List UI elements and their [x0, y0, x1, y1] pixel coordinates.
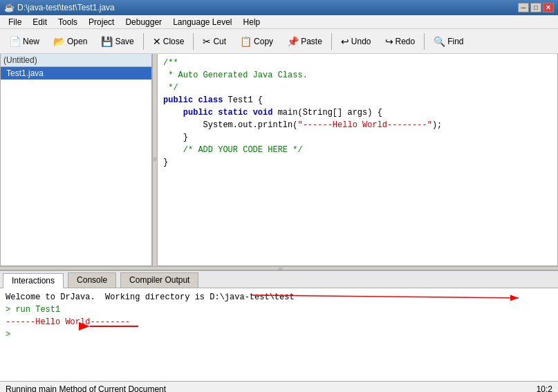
- save-label: Save: [115, 37, 133, 46]
- separator-1: [143, 33, 144, 50]
- copy-button[interactable]: 📋 Copy: [234, 32, 279, 51]
- save-icon: 💾: [101, 36, 113, 47]
- find-button[interactable]: 🔍 Find: [427, 32, 469, 51]
- paste-button[interactable]: 📌 Paste: [281, 32, 328, 51]
- menu-language-level[interactable]: Language Level: [167, 16, 237, 28]
- redo-label: Redo: [396, 37, 416, 46]
- separator-4: [424, 33, 425, 50]
- copy-icon: 📋: [240, 36, 252, 47]
- code-line-9: System.out.println("------Hello World---…: [163, 119, 552, 131]
- cut-button[interactable]: ✂ Cut: [196, 32, 232, 51]
- undo-label: Undo: [351, 37, 371, 46]
- cursor-position: 10:2: [537, 384, 552, 393]
- menu-help[interactable]: Help: [238, 16, 266, 28]
- app-window: ☕ D:\java-test\test\Test1.java ─ □ ✕ Fil…: [0, 0, 558, 392]
- cut-icon: ✂: [203, 36, 211, 47]
- terminal-line-2: > run Test1: [6, 304, 552, 316]
- title-bar: ☕ D:\java-test\test\Test1.java ─ □ ✕: [0, 0, 558, 15]
- menu-edit[interactable]: Edit: [27, 16, 53, 28]
- code-line-12: /* ADD YOUR CODE HERE */: [163, 144, 552, 156]
- separator-3: [331, 33, 332, 50]
- close-button[interactable]: ✕: [543, 3, 554, 12]
- undo-icon: ↩: [341, 36, 349, 47]
- code-line-8: public static void main(String[] args) {: [163, 106, 552, 119]
- app-icon: ☕: [4, 3, 15, 12]
- maximize-button[interactable]: □: [530, 3, 541, 12]
- copy-label: Copy: [254, 37, 273, 46]
- cut-label: Cut: [213, 37, 226, 46]
- terminal-output[interactable]: Welcome to DrJava. Working directory is …: [0, 288, 558, 381]
- tab-interactions[interactable]: Interactions: [3, 273, 64, 288]
- code-line-3: */: [163, 82, 552, 94]
- title-text: D:\java-test\test\Test1.java: [17, 3, 115, 12]
- code-line-1: /**: [163, 57, 552, 69]
- file-panel-header: (Untitled): [1, 54, 151, 67]
- code-line-2: * Auto Generated Java Class.: [163, 69, 552, 82]
- bottom-panel: Interactions Console Compiler Output Wel…: [0, 270, 558, 381]
- open-icon: 📂: [53, 36, 65, 47]
- redo-icon: ↪: [385, 36, 393, 47]
- find-label: Find: [447, 37, 463, 46]
- open-label: Open: [67, 37, 87, 46]
- code-editor[interactable]: /** * Auto Generated Java Class. */ publ…: [158, 54, 558, 266]
- vertical-splitter[interactable]: ⠿: [152, 54, 158, 266]
- terminal-line-1: Welcome to DrJava. Working directory is …: [6, 291, 552, 304]
- close-doc-icon: ✕: [153, 36, 161, 47]
- new-label: New: [23, 37, 39, 46]
- terminal-line-3: ------Hello World--------: [6, 316, 552, 328]
- menu-debugger[interactable]: Debugger: [120, 16, 167, 28]
- menu-tools[interactable]: Tools: [53, 16, 83, 28]
- minimize-button[interactable]: ─: [518, 3, 529, 12]
- code-line-5: public class Test1 {: [163, 94, 552, 106]
- menu-bar: File Edit Tools Project Debugger Languag…: [0, 15, 558, 29]
- menu-project[interactable]: Project: [83, 16, 120, 28]
- status-message: Running main Method of Current Document: [6, 384, 166, 393]
- new-icon: 📄: [9, 36, 21, 47]
- tab-compiler-output[interactable]: Compiler Output: [120, 272, 198, 288]
- title-bar-controls: ─ □ ✕: [518, 3, 554, 12]
- title-bar-title: ☕ D:\java-test\test\Test1.java: [4, 3, 115, 12]
- undo-button[interactable]: ↩ Undo: [335, 32, 378, 51]
- separator-2: [193, 33, 194, 50]
- paste-icon: 📌: [287, 36, 299, 47]
- status-bar: Running main Method of Current Document …: [0, 381, 558, 392]
- new-button[interactable]: 📄 New: [3, 32, 46, 51]
- file-panel: (Untitled) Test1.java: [0, 54, 152, 266]
- toolbar: 📄 New 📂 Open 💾 Save ✕ Close ✂ Cut 📋 Copy…: [0, 29, 558, 54]
- save-button[interactable]: 💾 Save: [95, 32, 140, 51]
- code-line-10: }: [163, 131, 552, 144]
- splitter-handle: ⠿: [153, 157, 157, 163]
- menu-file[interactable]: File: [3, 16, 27, 28]
- tab-bar: Interactions Console Compiler Output: [0, 271, 558, 288]
- h-splitter-handle: ⠿: [276, 266, 282, 270]
- close-doc-label: Close: [163, 37, 185, 46]
- main-area: (Untitled) Test1.java ⠿ /** * Auto Gener…: [0, 54, 558, 266]
- paste-label: Paste: [301, 37, 322, 46]
- close-doc-button[interactable]: ✕ Close: [147, 32, 191, 51]
- file-list: Test1.java: [1, 67, 151, 265]
- redo-button[interactable]: ↪ Redo: [379, 32, 422, 51]
- file-item[interactable]: Test1.java: [1, 67, 151, 80]
- code-line-14: }: [163, 156, 552, 169]
- tab-console[interactable]: Console: [68, 272, 116, 288]
- open-button[interactable]: 📂 Open: [47, 32, 93, 51]
- terminal-line-4: >: [6, 328, 552, 341]
- find-icon: 🔍: [434, 36, 445, 47]
